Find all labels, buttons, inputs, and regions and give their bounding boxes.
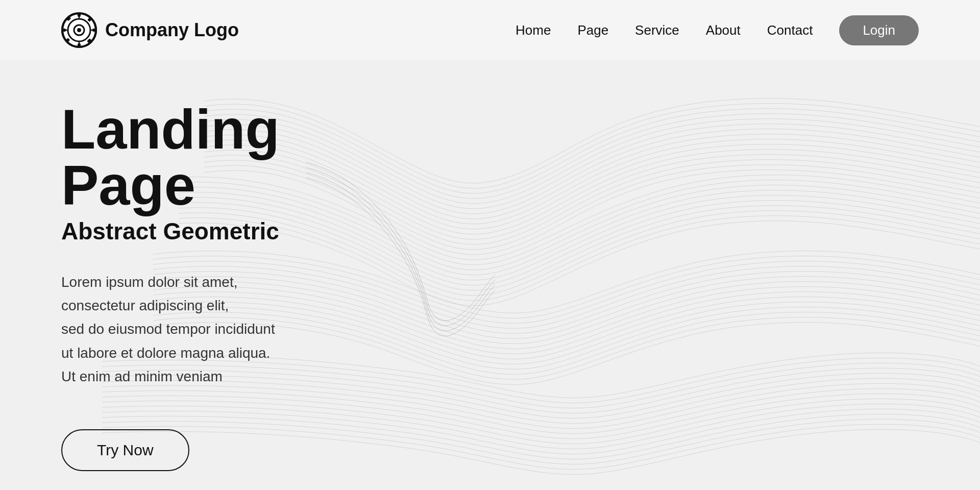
svg-rect-10 [78, 43, 81, 47]
hero-title: Landing Page [61, 101, 296, 213]
logo-area: Company Logo [61, 12, 239, 48]
try-now-button[interactable]: Try Now [61, 429, 189, 471]
nav-link-contact[interactable]: Contact [767, 22, 813, 38]
hero-section: Landing Page Abstract Geometric Lorem ip… [0, 60, 980, 490]
svg-point-3 [77, 28, 81, 32]
nav-link-home[interactable]: Home [516, 22, 551, 38]
hero-content: Landing Page Abstract Geometric Lorem ip… [0, 60, 357, 490]
svg-rect-11 [62, 29, 66, 32]
logo-icon [61, 12, 97, 48]
logo-text: Company Logo [105, 19, 239, 41]
nav-link-service[interactable]: Service [635, 22, 679, 38]
nav-links: Home Page Service About Contact Login [516, 15, 919, 45]
login-button[interactable]: Login [839, 15, 919, 45]
hero-body: Lorem ipsum dolor sit amet,consectetur a… [61, 271, 296, 388]
svg-rect-9 [78, 13, 81, 17]
nav-link-page[interactable]: Page [577, 22, 608, 38]
svg-rect-12 [92, 29, 96, 32]
hero-subtitle: Abstract Geometric [61, 217, 296, 245]
nav-link-about[interactable]: About [706, 22, 741, 38]
